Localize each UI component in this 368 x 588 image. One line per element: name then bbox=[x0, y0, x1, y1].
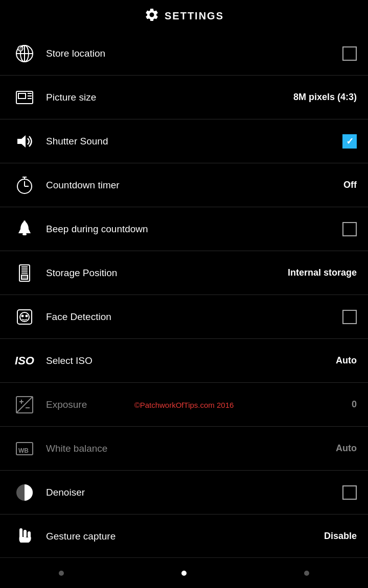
face-icon bbox=[11, 307, 38, 327]
gear-icon bbox=[144, 7, 159, 24]
bell-icon bbox=[11, 219, 38, 239]
svg-rect-24 bbox=[21, 275, 28, 279]
face-detection-checkbox[interactable] bbox=[342, 310, 357, 324]
setting-row-white-balance[interactable]: WB White balance Auto bbox=[0, 427, 368, 471]
store-location-checkbox[interactable] bbox=[342, 46, 357, 61]
watermark-text: ©PatchworkOfTips.com 2016 bbox=[134, 400, 234, 409]
svg-rect-17 bbox=[22, 233, 27, 235]
setting-row-exposure[interactable]: Exposure ©PatchworkOfTips.com 2016 0 bbox=[0, 383, 368, 427]
white-balance-value: Auto bbox=[336, 443, 357, 454]
setting-row-gesture-capture[interactable]: Gesture capture Disable bbox=[0, 514, 368, 558]
countdown-timer-label: Countdown timer bbox=[46, 180, 343, 191]
nav-dot-1[interactable] bbox=[59, 571, 64, 576]
wb-icon: WB bbox=[11, 438, 38, 459]
timer-icon bbox=[11, 175, 38, 195]
bottom-navigation bbox=[0, 557, 368, 588]
shutter-sound-label: Shutter Sound bbox=[46, 136, 342, 147]
storage-icon bbox=[11, 263, 38, 283]
svg-point-27 bbox=[22, 315, 24, 316]
denoiser-checkbox[interactable] bbox=[342, 485, 357, 500]
exposure-value: 0 bbox=[352, 399, 357, 410]
storage-position-value: Internal storage bbox=[288, 267, 357, 278]
countdown-timer-value: Off bbox=[343, 180, 357, 190]
setting-row-storage-position[interactable]: Storage Position Internal storage bbox=[0, 251, 368, 295]
svg-rect-38 bbox=[24, 530, 27, 537]
exposure-icon bbox=[11, 395, 38, 415]
beep-countdown-label: Beep during countdown bbox=[46, 224, 342, 235]
setting-row-beep-countdown[interactable]: Beep during countdown bbox=[0, 207, 368, 251]
gesture-capture-value: Disable bbox=[324, 531, 357, 542]
white-balance-label: White balance bbox=[46, 443, 336, 454]
speaker-icon bbox=[11, 131, 38, 152]
svg-text:WB: WB bbox=[18, 447, 29, 454]
select-iso-label: Select ISO bbox=[46, 355, 336, 366]
store-location-label: Store location bbox=[46, 48, 342, 59]
picture-size-label: Picture size bbox=[46, 92, 293, 103]
nav-dot-2[interactable] bbox=[181, 571, 187, 576]
settings-list: Store location Picture size 8M pixels (4… bbox=[0, 32, 368, 581]
svg-point-18 bbox=[24, 220, 26, 223]
globe-icon bbox=[11, 43, 38, 64]
setting-row-store-location[interactable]: Store location bbox=[0, 32, 368, 76]
face-detection-label: Face Detection bbox=[46, 311, 342, 323]
shutter-sound-checkbox[interactable] bbox=[342, 134, 357, 149]
settings-header: SETTINGS bbox=[0, 0, 368, 32]
gesture-icon bbox=[11, 526, 38, 547]
page-title: SETTINGS bbox=[165, 10, 224, 22]
setting-row-picture-size[interactable]: Picture size 8M pixels (4:3) bbox=[0, 76, 368, 119]
svg-point-28 bbox=[26, 315, 28, 316]
iso-icon: ISO bbox=[11, 354, 38, 368]
setting-row-denoiser[interactable]: Denoiser bbox=[0, 471, 368, 514]
svg-line-30 bbox=[16, 397, 33, 413]
storage-position-label: Storage Position bbox=[46, 267, 288, 279]
iso-text-label: ISO bbox=[15, 354, 34, 368]
setting-row-face-detection[interactable]: Face Detection bbox=[0, 295, 368, 339]
setting-row-shutter-sound[interactable]: Shutter Sound bbox=[0, 119, 368, 163]
svg-rect-7 bbox=[18, 93, 26, 99]
svg-rect-39 bbox=[28, 531, 31, 537]
picture-size-value: 8M pixels (4:3) bbox=[293, 92, 357, 103]
beep-countdown-checkbox[interactable] bbox=[342, 222, 357, 236]
select-iso-value: Auto bbox=[336, 355, 357, 366]
setting-row-countdown-timer[interactable]: Countdown timer Off bbox=[0, 163, 368, 207]
denoiser-label: Denoiser bbox=[46, 487, 342, 498]
denoiser-icon bbox=[11, 482, 38, 503]
svg-rect-37 bbox=[19, 528, 22, 537]
picture-size-icon bbox=[11, 87, 38, 108]
svg-point-4 bbox=[18, 46, 23, 51]
svg-marker-11 bbox=[17, 135, 26, 148]
gesture-capture-label: Gesture capture bbox=[46, 531, 324, 542]
setting-row-select-iso[interactable]: ISO Select ISO Auto bbox=[0, 339, 368, 383]
nav-dot-3[interactable] bbox=[304, 571, 309, 576]
